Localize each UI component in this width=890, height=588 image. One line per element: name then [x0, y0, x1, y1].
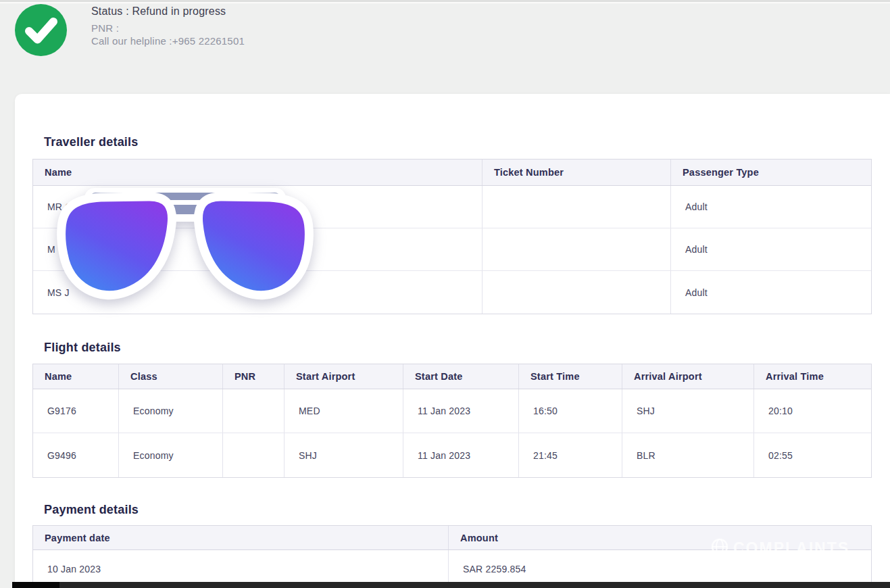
- col-name: Name: [33, 364, 119, 389]
- bottom-dark-band: [12, 582, 890, 588]
- traveller-type: Adult: [671, 186, 871, 228]
- payment-table-header: Payment date Amount: [33, 526, 871, 550]
- col-amount: Amount: [449, 526, 871, 549]
- payment-table: Payment date Amount 10 Jan 2023 SAR 2259…: [32, 525, 872, 588]
- traveller-ticket: [483, 228, 671, 270]
- payment-details-title: Payment details: [44, 503, 139, 517]
- traveller-name: MR C: [33, 186, 483, 228]
- flight-pnr: [223, 389, 285, 433]
- traveller-name: MS J: [33, 271, 483, 314]
- traveller-type: Adult: [671, 228, 871, 270]
- pnr-label: PNR :: [91, 22, 245, 34]
- flight-class: Economy: [119, 433, 223, 477]
- flight-class: Economy: [119, 389, 223, 433]
- flight-pnr: [223, 433, 285, 477]
- flight-arrival-airport: SHJ: [622, 389, 754, 433]
- col-payment-date: Payment date: [33, 526, 449, 549]
- flight-name: G9496: [33, 433, 119, 477]
- flight-start-date: 11 Jan 2023: [403, 433, 519, 477]
- flight-start-time: 16:50: [519, 389, 622, 433]
- col-name: Name: [33, 160, 483, 185]
- col-start-airport: Start Airport: [285, 364, 403, 389]
- details-card: Traveller details Name Ticket Number Pas…: [15, 94, 890, 588]
- col-arrival-airport: Arrival Airport: [622, 364, 754, 389]
- top-strip-light: [0, 2, 890, 3]
- flight-start-date: 11 Jan 2023: [403, 389, 519, 433]
- col-passenger-type: Passenger Type: [671, 160, 871, 185]
- col-pnr: PNR: [223, 364, 285, 389]
- traveller-type: Adult: [671, 271, 871, 314]
- flight-arrival-time: 02:55: [754, 433, 871, 477]
- status-header: Status : Refund in progress PNR : Call o…: [91, 5, 245, 47]
- flight-arrival-airport: BLR: [622, 433, 754, 477]
- traveller-ticket: [483, 271, 671, 314]
- traveller-ticket: [483, 186, 671, 228]
- table-row: MR C Adult: [33, 186, 871, 228]
- flight-start-airport: MED: [285, 389, 403, 433]
- traveller-table-header: Name Ticket Number Passenger Type: [33, 160, 871, 186]
- col-start-time: Start Time: [519, 364, 622, 389]
- bottom-band-darker-segment: [12, 582, 59, 588]
- col-ticket-number: Ticket Number: [483, 160, 671, 185]
- flight-details-title: Flight details: [44, 341, 121, 355]
- traveller-details-title: Traveller details: [44, 135, 138, 149]
- flight-table-header: Name Class PNR Start Airport Start Date …: [33, 364, 871, 389]
- traveller-table: Name Ticket Number Passenger Type MR C A…: [32, 159, 872, 314]
- status-text: Status : Refund in progress: [91, 5, 245, 18]
- table-row: MS J Adult: [33, 271, 871, 314]
- flight-start-airport: SHJ: [285, 433, 403, 477]
- table-row: G9176 Economy MED 11 Jan 2023 16:50 SHJ …: [33, 389, 871, 433]
- helpline-text: Call our helpline :+965 22261501: [91, 34, 245, 47]
- table-row: M Adult: [33, 228, 871, 271]
- flight-name: G9176: [33, 389, 119, 433]
- col-arrival-time: Arrival Time: [754, 364, 871, 389]
- col-class: Class: [119, 364, 223, 389]
- flight-start-time: 21:45: [519, 433, 622, 477]
- flight-table: Name Class PNR Start Airport Start Date …: [32, 364, 872, 478]
- refund-status-page: Status : Refund in progress PNR : Call o…: [0, 0, 890, 588]
- traveller-name: M: [33, 228, 483, 270]
- col-start-date: Start Date: [403, 364, 519, 389]
- check-circle-icon: [15, 4, 67, 56]
- table-row: G9496 Economy SHJ 11 Jan 2023 21:45 BLR …: [33, 433, 871, 477]
- flight-arrival-time: 20:10: [754, 389, 871, 433]
